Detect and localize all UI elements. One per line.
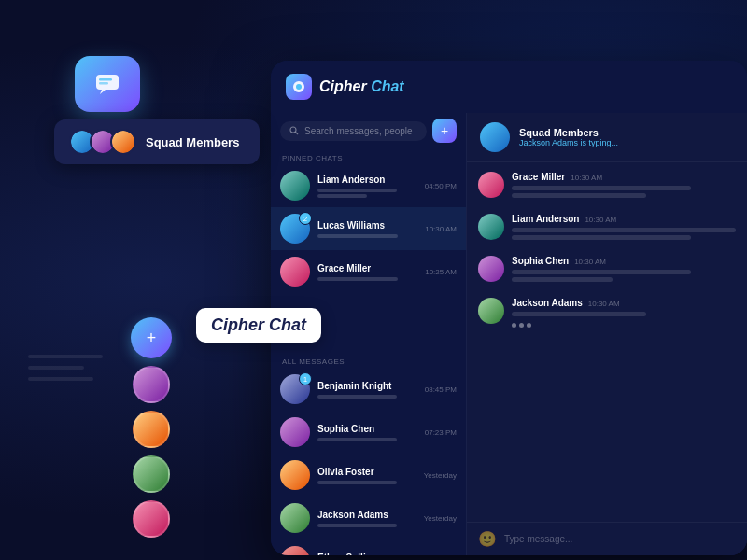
conv-name-benjamin: Benjamin Knight	[317, 381, 417, 391]
msg-bubble-sophia-1	[512, 270, 691, 274]
conv-item-benjamin[interactable]: 1 Benjamin Knight 08:45 PM	[271, 368, 466, 411]
sidebar-avatar-1[interactable]	[133, 366, 170, 403]
conv-info-olivia: Olivia Foster	[317, 467, 416, 484]
message-input-bar[interactable]: 🙂 Type message...	[467, 522, 747, 555]
svg-line-7	[296, 133, 299, 135]
cipher-watermark: Cipher Chat	[196, 308, 321, 343]
conv-info-sophia: Sophia Chen	[317, 424, 417, 441]
msg-avatar-liam	[478, 214, 504, 240]
svg-marker-3	[100, 90, 106, 94]
deco-line-3	[28, 377, 93, 381]
msg-header-sophia-msg: Sophia Chen 10:30 AM	[512, 256, 736, 266]
logo-svg	[291, 79, 306, 94]
conv-time-lucas: 10:30 AM	[425, 225, 457, 233]
emoji-button[interactable]: 🙂	[478, 530, 497, 548]
msg-avatar-grace	[478, 172, 504, 198]
squad-tooltip: Squad Members	[54, 119, 260, 164]
message-header-status: Jackson Adams is typing...	[519, 138, 618, 147]
msg-header-grace: Grace Miller 10:30 AM	[512, 172, 736, 182]
chat-body: Search messages, people + PINNED CHATS L…	[271, 113, 747, 555]
conv-preview-benjamin	[317, 395, 397, 399]
msg-bubble-liam-1	[512, 228, 736, 232]
conv-name-liam: Liam Anderson	[317, 175, 417, 185]
deco-line-2	[28, 366, 84, 370]
svg-rect-1	[99, 78, 112, 81]
conv-avatar-ethan	[280, 546, 310, 555]
deco-lines-left	[28, 355, 103, 381]
msg-bubble-grace-2	[512, 193, 646, 198]
conv-item-sophia[interactable]: Sophia Chen 07:23 PM	[271, 411, 466, 454]
msg-time-jackson-msg: 10:30 AM	[588, 300, 620, 308]
conv-info-liam: Liam Anderson	[317, 175, 417, 198]
conv-avatar-grace	[280, 257, 310, 287]
svg-rect-2	[99, 82, 108, 85]
conv-time-olivia: Yesterday	[424, 471, 457, 480]
deco-line-1	[28, 355, 103, 358]
conv-name-ethan: Ethan Sullivan	[317, 553, 416, 556]
sidebar-avatar-3[interactable]	[133, 455, 170, 493]
conv-preview-grace	[317, 277, 398, 281]
logo-icon	[286, 74, 312, 100]
sidebar-avatar-4[interactable]	[133, 500, 170, 538]
message-list: Grace Miller 10:30 AM Liam Anderson 10:3…	[467, 162, 747, 522]
search-bar: Search messages, people +	[280, 119, 457, 143]
message-header: Squad Members Jackson Adams is typing...	[467, 113, 747, 162]
conv-item-lucas[interactable]: 2 Lucas Williams 10:30 AM	[271, 207, 466, 250]
conv-avatar-liam	[280, 171, 310, 201]
conv-item-olivia[interactable]: Olivia Foster Yesterday	[271, 454, 466, 497]
conv-item-ethan[interactable]: Ethan Sullivan Yesterday	[271, 539, 466, 555]
sidebar-avatar-2[interactable]	[133, 411, 170, 448]
message-input[interactable]: Type message...	[504, 534, 736, 544]
message-header-info: Squad Members Jackson Adams is typing...	[519, 127, 618, 147]
conv-avatar-olivia	[280, 460, 310, 490]
conv-avatar-benjamin: 1	[280, 374, 310, 404]
svg-point-6	[290, 127, 296, 133]
new-chat-button[interactable]: +	[432, 119, 457, 143]
conv-info-benjamin: Benjamin Knight	[317, 381, 417, 399]
search-icon	[289, 126, 299, 135]
all-chat-list: 1 Benjamin Knight 08:45 PM Sophia Chen	[271, 368, 466, 555]
squad-avatar-3	[110, 129, 136, 155]
left-sidebar: +	[131, 317, 172, 538]
msg-time-liam: 10:30 AM	[585, 216, 616, 224]
logo-text: Cipher Chat	[319, 78, 404, 95]
conv-name-sophia: Sophia Chen	[317, 424, 417, 434]
msg-header-jackson-msg: Jackson Adams 10:30 AM	[512, 298, 736, 308]
pinned-section-label: PINNED CHATS	[271, 148, 466, 164]
conv-name-grace: Grace Miller	[317, 263, 417, 273]
conv-time-liam: 04:50 PM	[425, 182, 457, 190]
chat-app-window: Cipher Chat Search messages, people + P	[271, 61, 747, 555]
message-header-name: Squad Members	[519, 127, 618, 138]
conv-badge-lucas: 2	[299, 212, 312, 225]
conv-time-sophia: 07:23 PM	[425, 428, 457, 437]
conv-avatar-lucas: 2	[280, 214, 310, 244]
msg-sender-liam: Liam Anderson	[512, 214, 579, 224]
conv-info-jackson: Jackson Adams	[317, 510, 416, 527]
conv-preview-sophia	[317, 438, 397, 441]
conv-item-liam[interactable]: Liam Anderson 04:50 PM	[271, 164, 466, 207]
plus-icon: +	[147, 329, 157, 346]
conv-item-jackson[interactable]: Jackson Adams Yesterday	[271, 497, 466, 539]
msg-group-sophia-msg: Sophia Chen 10:30 AM	[478, 256, 736, 285]
typing-dot-3	[527, 323, 531, 328]
squad-avatars	[69, 129, 136, 155]
conv-name-lucas: Lucas Williams	[317, 220, 417, 231]
search-input-wrap[interactable]: Search messages, people	[280, 121, 427, 141]
msg-content-jackson-msg: Jackson Adams 10:30 AM	[512, 298, 736, 331]
sidebar-add-button[interactable]: +	[131, 317, 172, 358]
conv-name-olivia: Olivia Foster	[317, 467, 416, 477]
conv-time-grace: 10:25 AM	[425, 268, 457, 276]
svg-rect-0	[96, 75, 119, 90]
squad-tooltip-label: Squad Members	[146, 135, 239, 149]
conv-time-benjamin: 08:45 PM	[425, 385, 457, 394]
chat-app-header: Cipher Chat	[271, 61, 747, 113]
msg-avatar-sophia-msg	[478, 256, 504, 282]
msg-group-liam: Liam Anderson 10:30 AM	[478, 214, 736, 243]
msg-bubble-grace-1	[512, 186, 691, 190]
msg-content-grace: Grace Miller 10:30 AM	[512, 172, 736, 201]
all-section-label: ALL MESSAGES	[271, 352, 466, 368]
msg-bubble-liam-2	[512, 235, 691, 240]
conv-item-grace[interactable]: Grace Miller 10:25 AM	[271, 250, 466, 293]
chat-bubble-icon	[92, 69, 122, 99]
msg-content-sophia-msg: Sophia Chen 10:30 AM	[512, 256, 736, 285]
